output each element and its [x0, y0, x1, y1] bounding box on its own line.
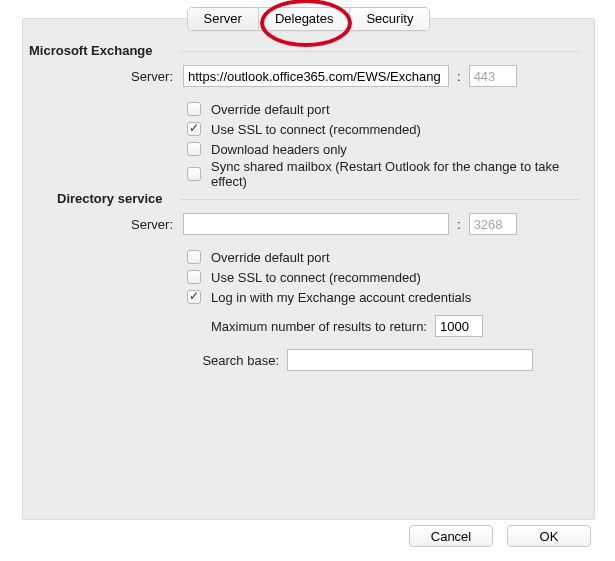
max-results-input[interactable] [435, 315, 483, 337]
dialog-footer: Cancel OK [409, 525, 591, 547]
directory-use-ssl-label: Use SSL to connect (recommended) [211, 270, 421, 285]
exchange-sync-shared-label: Sync shared mailbox (Restart Outlook for… [211, 159, 594, 189]
search-base-input[interactable] [287, 349, 533, 371]
ok-button[interactable]: OK [507, 525, 591, 547]
exchange-port-input[interactable] [469, 65, 517, 87]
divider [181, 51, 579, 52]
exchange-server-input[interactable] [183, 65, 449, 87]
port-separator: : [457, 217, 461, 232]
port-separator: : [457, 69, 461, 84]
account-settings-window: Server Delegates Security Microsoft Exch… [0, 0, 615, 561]
tab-bar: Server Delegates Security [187, 7, 431, 31]
exchange-override-port-checkbox[interactable] [187, 102, 201, 116]
directory-server-input[interactable] [183, 213, 449, 235]
divider [181, 199, 579, 200]
exchange-use-ssl-label: Use SSL to connect (recommended) [211, 122, 421, 137]
settings-panel: Server Delegates Security Microsoft Exch… [22, 18, 595, 520]
exchange-use-ssl-checkbox[interactable] [187, 122, 201, 136]
directory-override-port-label: Override default port [211, 250, 330, 265]
exchange-server-label: Server: [23, 69, 183, 84]
directory-login-exchange-checkbox[interactable] [187, 290, 201, 304]
tab-security[interactable]: Security [350, 8, 429, 30]
tab-delegates[interactable]: Delegates [259, 8, 351, 30]
exchange-download-headers-label: Download headers only [211, 142, 347, 157]
exchange-download-headers-checkbox[interactable] [187, 142, 201, 156]
cancel-button[interactable]: Cancel [409, 525, 493, 547]
max-results-label: Maximum number of results to return: [23, 319, 435, 334]
directory-port-input[interactable] [469, 213, 517, 235]
exchange-override-port-label: Override default port [211, 102, 330, 117]
directory-override-port-checkbox[interactable] [187, 250, 201, 264]
search-base-label: Search base: [23, 353, 287, 368]
section-title-exchange: Microsoft Exchange [29, 43, 153, 58]
directory-server-label: Server: [23, 217, 183, 232]
directory-use-ssl-checkbox[interactable] [187, 270, 201, 284]
directory-login-exchange-label: Log in with my Exchange account credenti… [211, 290, 471, 305]
section-title-directory: Directory service [57, 191, 163, 206]
exchange-sync-shared-checkbox[interactable] [187, 167, 201, 181]
tab-server[interactable]: Server [188, 8, 259, 30]
